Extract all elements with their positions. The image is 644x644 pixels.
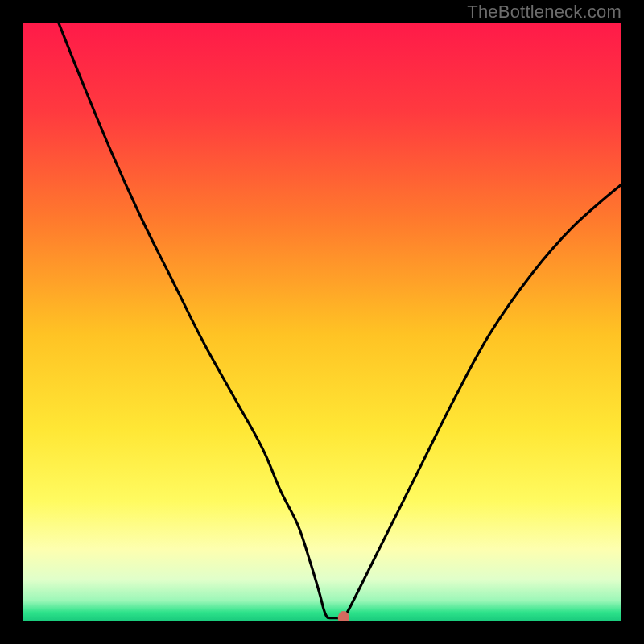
watermark-text: TheBottleneck.com	[467, 2, 621, 23]
chart-outer-frame: TheBottleneck.com	[0, 0, 644, 644]
plot-area	[23, 23, 621, 621]
gradient-background	[23, 23, 621, 621]
bottleneck-chart	[23, 23, 621, 621]
